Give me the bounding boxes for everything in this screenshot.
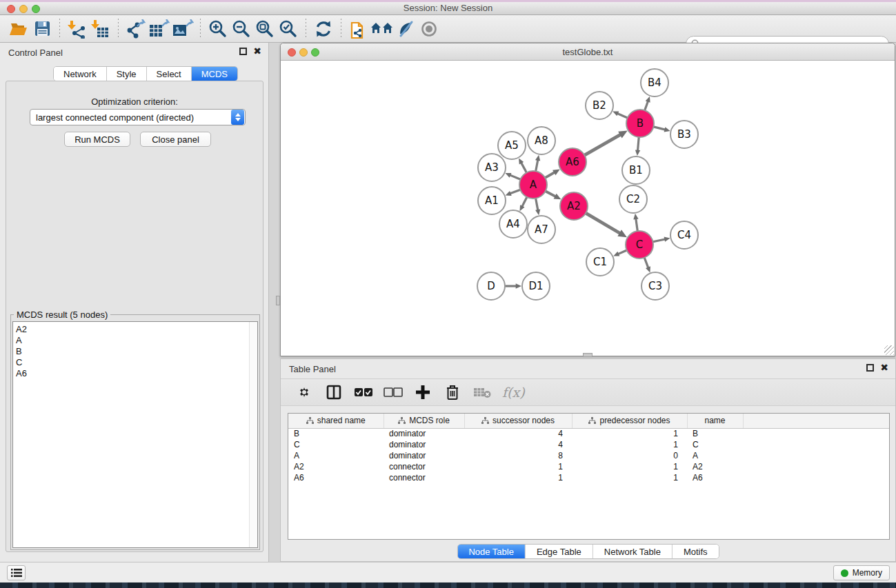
edge-arrowhead — [516, 283, 521, 288]
list-item[interactable]: A2 — [16, 324, 257, 335]
export-table-button[interactable] — [148, 18, 171, 40]
tab-style[interactable]: Style — [107, 67, 147, 81]
hide-details-button[interactable] — [394, 18, 417, 40]
select-all-button[interactable] — [354, 383, 373, 402]
function-builder-button[interactable]: f(x) — [502, 383, 525, 402]
graph-node-label: A5 — [505, 139, 519, 152]
graph-edge-A-A4[interactable] — [522, 197, 527, 207]
list-item[interactable]: A6 — [16, 368, 257, 379]
column-header-label: shared name — [317, 416, 366, 425]
float-table-panel-icon[interactable] — [866, 364, 874, 372]
tab-mcds[interactable]: MCDS — [192, 67, 237, 81]
table-settings-button[interactable] — [295, 383, 314, 402]
graph-edge-A-A3[interactable] — [510, 175, 520, 179]
list-item[interactable]: C — [16, 357, 257, 368]
graph-edge-B-B4[interactable] — [645, 101, 648, 110]
tab-motifs[interactable]: Motifs — [673, 545, 719, 558]
table-toolbar: f(x) — [281, 378, 895, 406]
refresh-button[interactable] — [312, 18, 335, 40]
column-header-label: predecessor nodes — [599, 416, 670, 425]
table-row[interactable]: Cdominator41C — [288, 439, 889, 450]
zoom-selected-button[interactable] — [277, 18, 300, 40]
mcds-result-list[interactable]: A2ABCA6 — [12, 321, 258, 548]
column-header-shared-name[interactable]: shared name — [288, 414, 384, 428]
list-item[interactable]: B — [16, 346, 257, 357]
tab-edge-table[interactable]: Edge Table — [526, 545, 593, 558]
graph-edge-A6-B[interactable] — [584, 134, 620, 155]
graph-node-label: A4 — [506, 218, 520, 230]
tab-select[interactable]: Select — [147, 67, 192, 81]
add-column-button[interactable] — [413, 383, 432, 402]
tab-network[interactable]: Network — [54, 67, 107, 81]
result-list-scrollbar[interactable] — [249, 322, 257, 547]
criterion-dropdown-value: largest connected component (directed) — [30, 112, 231, 123]
graph-edge-C-C3[interactable] — [644, 258, 648, 268]
network-graph[interactable]: B4B2BB3A8A5A6A3B1AC2A1A2A4A7C4CC1C3DD1 — [281, 61, 895, 356]
graph-edge-A-A6[interactable] — [545, 172, 555, 178]
close-panel-button[interactable]: Close panel — [140, 132, 211, 147]
deselect-all-button[interactable] — [384, 383, 403, 402]
graph-edge-A-A7[interactable] — [536, 199, 538, 210]
graph-edge-A-A5[interactable] — [521, 163, 527, 173]
table-row[interactable]: A2connector11A2 — [288, 461, 889, 472]
zoom-fit-icon — [255, 19, 275, 39]
split-handle-horizontal[interactable] — [583, 353, 593, 357]
zoom-fit-button[interactable] — [253, 18, 277, 40]
list-item[interactable]: A — [16, 335, 257, 346]
graph-node-label: C3 — [648, 280, 662, 292]
network-window-title: testGlobe.txt — [281, 47, 895, 57]
column-visibility-button[interactable] — [324, 383, 344, 402]
graph-edge-C-C1[interactable] — [618, 250, 627, 254]
export-network-button[interactable] — [124, 18, 148, 40]
table-row[interactable]: A6connector11A6 — [288, 472, 889, 483]
column-header-label: MCDS role — [409, 416, 450, 425]
float-panel-icon[interactable] — [239, 48, 247, 55]
column-header-successor-nodes[interactable]: successor nodes — [464, 414, 572, 428]
table-row[interactable]: Bdominator41B — [288, 428, 889, 439]
zoom-selected-icon — [279, 19, 298, 39]
zoom-out-button[interactable] — [230, 18, 253, 40]
memory-button[interactable]: Memory — [833, 565, 890, 580]
run-mcds-button[interactable]: Run MCDS — [64, 132, 130, 147]
zoom-in-button[interactable] — [206, 18, 230, 40]
graph-edge-B-B2[interactable] — [617, 113, 628, 118]
import-table-button[interactable] — [89, 18, 112, 40]
graph-node-label: A — [530, 179, 537, 191]
graph-edge-A-A8[interactable] — [536, 160, 538, 172]
graph-edge-B-B1[interactable] — [637, 137, 639, 151]
graph-edge-A-A2[interactable] — [546, 191, 556, 196]
import-network-button[interactable] — [66, 18, 89, 40]
column-header-MCDS-role[interactable]: MCDS role — [384, 414, 464, 428]
network-canvas[interactable]: B4B2BB3A8A5A6A3B1AC2A1A2A4A7C4CC1C3DD1 — [281, 61, 895, 356]
close-table-panel-icon[interactable]: ✖ — [880, 364, 888, 372]
close-panel-icon[interactable]: ✖ — [253, 48, 261, 55]
delete-column-button[interactable] — [443, 383, 462, 402]
save-session-button[interactable] — [30, 18, 54, 40]
criterion-dropdown[interactable]: largest connected component (directed) — [30, 109, 246, 125]
graph-edge-C-C4[interactable] — [653, 239, 666, 242]
table-cell: A2 — [288, 461, 384, 472]
show-eye-button[interactable] — [417, 18, 441, 40]
graph-edge-A2-C[interactable] — [586, 213, 620, 233]
graph-node-label: A3 — [485, 161, 499, 174]
table-cell: C — [288, 439, 384, 450]
network-view-window: testGlobe.txt B4B2BB3A8A5A6A3B1AC2A1A2A4… — [280, 43, 895, 356]
column-header-name[interactable]: name — [687, 414, 743, 428]
table-row[interactable]: Adominator80A — [288, 450, 889, 461]
graph-edge-B-B3[interactable] — [653, 127, 665, 130]
delete-table-button[interactable] — [472, 383, 492, 402]
graph-edge-A-A1[interactable] — [510, 190, 520, 194]
tab-node-table[interactable]: Node Table — [457, 545, 526, 558]
column-header-predecessor-nodes[interactable]: predecessor nodes — [572, 414, 687, 428]
open-file-button[interactable] — [7, 18, 30, 40]
tab-network-table[interactable]: Network Table — [593, 545, 673, 558]
home-layouts-button[interactable] — [370, 18, 394, 40]
graph-edge-C-C2[interactable] — [636, 219, 637, 231]
new-session-button[interactable] — [347, 18, 370, 40]
network-window-titlebar[interactable]: testGlobe.txt — [281, 43, 895, 61]
split-handle-vertical[interactable] — [276, 296, 280, 305]
window-resize-grip[interactable] — [884, 345, 894, 355]
task-history-button[interactable] — [7, 565, 26, 580]
edge-arrowhead — [633, 214, 638, 220]
export-image-button[interactable] — [171, 18, 195, 40]
